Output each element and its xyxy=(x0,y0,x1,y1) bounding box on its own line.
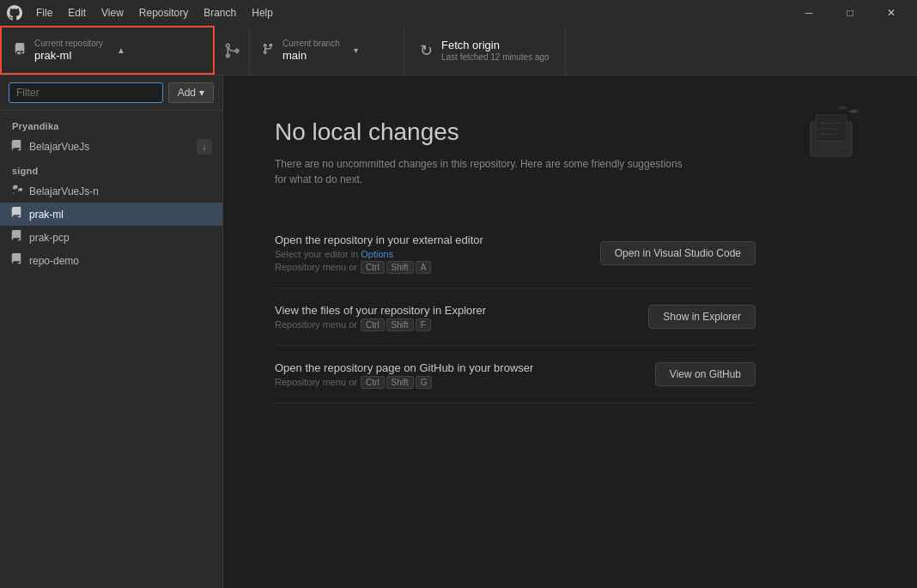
fetch-subtitle: Last fetched 12 minutes ago xyxy=(441,52,550,62)
repo-name-belajarvuejs-n: BelajarVueJs-n xyxy=(29,185,212,197)
sidebar-item-belajarvuejs[interactable]: BelajarVueJs ↓ xyxy=(0,135,222,159)
add-chevron-icon: ▾ xyxy=(199,87,204,99)
title-bar-controls: ─ □ ✕ xyxy=(790,0,910,26)
action-editor-info: Open the repository in your external edi… xyxy=(275,233,483,272)
sidebar-item-prak-ml[interactable]: prak-ml xyxy=(0,203,222,226)
repo-name-prak-pcp: prak-pcp xyxy=(29,232,212,244)
repo-icon xyxy=(10,140,22,155)
sidebar-group-signd: signd xyxy=(0,159,222,179)
repo-name-prak-ml: prak-ml xyxy=(29,209,212,221)
menu-branch[interactable]: Branch xyxy=(197,4,243,21)
options-link[interactable]: Options xyxy=(361,249,393,259)
sidebar: Add ▾ Pryandika BelajarVueJs ↓ signd xyxy=(0,76,223,588)
action-editor-shortcut: Repository menu or CtrlShiftA xyxy=(275,262,483,272)
current-repo-label: Current repository xyxy=(34,39,103,48)
current-branch-info: Current branch main xyxy=(282,39,340,62)
fetch-info: Fetch origin Last fetched 12 minutes ago xyxy=(441,39,550,62)
action-github-title: Open the repository page on GitHub in yo… xyxy=(275,361,533,374)
show-explorer-button[interactable]: Show in Explorer xyxy=(648,305,756,329)
current-repo-value: prak-ml xyxy=(34,49,103,62)
filter-input[interactable] xyxy=(9,82,163,103)
no-changes-title: No local changes xyxy=(275,118,459,146)
minimize-button[interactable]: ─ xyxy=(790,0,828,26)
action-card-github: Open the repository page on GitHub in yo… xyxy=(275,346,756,403)
sidebar-header: Add ▾ xyxy=(0,76,222,111)
github-logo-icon xyxy=(7,5,22,21)
add-button[interactable]: Add ▾ xyxy=(168,82,214,103)
main-layout: Add ▾ Pryandika BelajarVueJs ↓ signd xyxy=(0,76,917,588)
current-branch-value: main xyxy=(282,49,340,62)
fetch-refresh-icon: ↻ xyxy=(420,41,433,60)
action-github-info: Open the repository page on GitHub in yo… xyxy=(275,361,533,387)
fork-icon xyxy=(10,184,22,198)
close-button[interactable]: ✕ xyxy=(872,0,910,26)
branch-toolbar-icon xyxy=(262,43,274,58)
view-github-button[interactable]: View on GitHub xyxy=(655,362,756,386)
action-explorer-shortcut: Repository menu or CtrlShiftF xyxy=(275,319,486,330)
menu-edit[interactable]: Edit xyxy=(61,4,93,21)
fetch-origin-section[interactable]: ↻ Fetch origin Last fetched 12 minutes a… xyxy=(404,26,566,75)
action-github-shortcut: Repository menu or CtrlShiftG xyxy=(275,377,533,387)
current-repo-section[interactable]: Current repository prak-ml ▲ xyxy=(0,26,215,75)
repo-icon-repo-demo xyxy=(10,253,22,268)
toolbar: Current repository prak-ml ▲ Current bra… xyxy=(0,26,917,76)
menu-file[interactable]: File xyxy=(29,4,59,21)
repo-toolbar-icon xyxy=(14,43,26,58)
branch-switch-icon xyxy=(223,42,240,59)
title-bar: File Edit View Repository Branch Help ─ … xyxy=(0,0,917,26)
action-editor-title: Open the repository in your external edi… xyxy=(275,233,483,246)
menu-bar: File Edit View Repository Branch Help xyxy=(29,4,280,21)
repo-icon-prak-pcp xyxy=(10,230,22,245)
svg-rect-1 xyxy=(816,115,846,141)
sidebar-body: Pryandika BelajarVueJs ↓ signd Bela xyxy=(0,111,222,588)
title-bar-left: File Edit View Repository Branch Help xyxy=(7,4,280,21)
current-repo-info: Current repository prak-ml xyxy=(34,39,103,62)
download-icon: ↓ xyxy=(197,139,212,155)
current-branch-section[interactable]: Current branch main ▾ xyxy=(250,26,404,75)
sidebar-item-prak-pcp[interactable]: prak-pcp xyxy=(0,226,222,249)
illustration xyxy=(797,101,865,173)
add-button-label: Add xyxy=(178,87,196,99)
sidebar-group-pryandika: Pryandika xyxy=(0,114,222,135)
no-changes-subtitle: There are no uncommitted changes in this… xyxy=(275,156,687,187)
repo-icon-active xyxy=(10,207,22,221)
maximize-button[interactable]: □ xyxy=(831,0,869,26)
branch-icon-area xyxy=(215,26,250,75)
main-content: No local changes There are no uncommitte… xyxy=(223,76,917,588)
action-editor-sub: Select your editor in Options xyxy=(275,249,483,259)
action-card-editor: Open the repository in your external edi… xyxy=(275,218,756,288)
action-cards: Open the repository in your external edi… xyxy=(275,218,756,403)
sidebar-item-repo-demo[interactable]: repo-demo xyxy=(0,249,222,272)
action-card-explorer: View the files of your repository in Exp… xyxy=(275,288,756,346)
repo-name-belajarvuejs: BelajarVueJs xyxy=(29,141,190,153)
action-explorer-title: View the files of your repository in Exp… xyxy=(275,304,486,317)
current-branch-label: Current branch xyxy=(282,39,340,48)
menu-view[interactable]: View xyxy=(94,4,131,21)
action-explorer-info: View the files of your repository in Exp… xyxy=(275,304,486,330)
repo-name-repo-demo: repo-demo xyxy=(29,255,212,267)
open-editor-button[interactable]: Open in Visual Studio Code xyxy=(600,241,756,265)
fetch-title: Fetch origin xyxy=(441,39,550,52)
sidebar-item-belajarvuejs-n[interactable]: BelajarVueJs-n xyxy=(0,179,222,203)
menu-help[interactable]: Help xyxy=(245,4,280,21)
branch-chevron-icon: ▾ xyxy=(354,45,358,55)
repo-chevron-icon: ▲ xyxy=(117,45,125,55)
menu-repository[interactable]: Repository xyxy=(132,4,195,21)
